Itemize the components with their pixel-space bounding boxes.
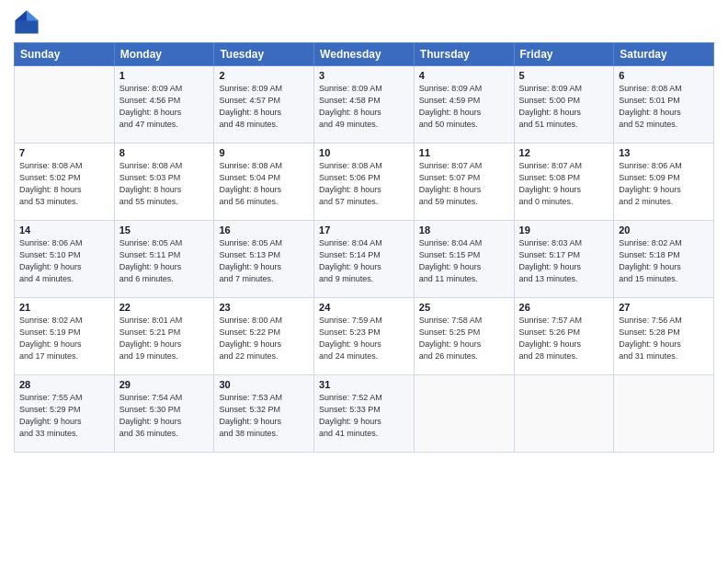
day-info: Sunrise: 8:01 AM Sunset: 5:21 PM Dayligh… — [119, 315, 210, 362]
calendar-cell: 28Sunrise: 7:55 AM Sunset: 5:29 PM Dayli… — [15, 375, 115, 453]
day-info: Sunrise: 7:56 AM Sunset: 5:28 PM Dayligh… — [619, 315, 709, 362]
weekday-header-row: SundayMondayTuesdayWednesdayThursdayFrid… — [15, 43, 714, 66]
calendar-cell: 1Sunrise: 8:09 AM Sunset: 4:56 PM Daylig… — [114, 66, 214, 144]
calendar-cell: 26Sunrise: 7:57 AM Sunset: 5:26 PM Dayli… — [514, 298, 614, 375]
day-info: Sunrise: 8:04 AM Sunset: 5:15 PM Dayligh… — [419, 237, 509, 285]
calendar-cell: 22Sunrise: 8:01 AM Sunset: 5:21 PM Dayli… — [114, 298, 214, 375]
weekday-header-saturday: Saturday — [614, 43, 714, 66]
calendar-cell: 14Sunrise: 8:06 AM Sunset: 5:10 PM Dayli… — [15, 221, 115, 298]
day-info: Sunrise: 7:58 AM Sunset: 5:25 PM Dayligh… — [419, 315, 509, 362]
day-number: 31 — [319, 379, 409, 390]
day-info: Sunrise: 8:09 AM Sunset: 4:56 PM Dayligh… — [119, 83, 210, 131]
day-info: Sunrise: 8:09 AM Sunset: 4:58 PM Dayligh… — [319, 83, 409, 131]
day-info: Sunrise: 8:09 AM Sunset: 4:59 PM Dayligh… — [419, 83, 509, 131]
header — [14, 9, 714, 35]
calendar-cell: 27Sunrise: 7:56 AM Sunset: 5:28 PM Dayli… — [614, 298, 714, 375]
calendar-table: SundayMondayTuesdayWednesdayThursdayFrid… — [14, 42, 714, 453]
day-number: 4 — [419, 70, 509, 81]
svg-marker-2 — [15, 10, 27, 20]
day-number: 6 — [619, 70, 709, 81]
weekday-header-thursday: Thursday — [414, 43, 514, 66]
calendar-week-3: 14Sunrise: 8:06 AM Sunset: 5:10 PM Dayli… — [15, 221, 714, 298]
day-number: 11 — [419, 147, 509, 158]
calendar-cell: 25Sunrise: 7:58 AM Sunset: 5:25 PM Dayli… — [414, 298, 514, 375]
day-info: Sunrise: 7:55 AM Sunset: 5:29 PM Dayligh… — [19, 392, 109, 440]
logo-icon — [14, 9, 40, 35]
day-info: Sunrise: 8:09 AM Sunset: 4:57 PM Dayligh… — [219, 83, 309, 131]
calendar-week-5: 28Sunrise: 7:55 AM Sunset: 5:29 PM Dayli… — [15, 375, 714, 453]
calendar-cell: 17Sunrise: 8:04 AM Sunset: 5:14 PM Dayli… — [314, 221, 415, 298]
calendar-cell — [15, 66, 115, 144]
day-number: 20 — [619, 224, 709, 236]
day-number: 18 — [419, 224, 509, 236]
day-number: 7 — [19, 147, 109, 158]
calendar-cell: 4Sunrise: 8:09 AM Sunset: 4:59 PM Daylig… — [414, 66, 514, 144]
calendar-cell: 5Sunrise: 8:09 AM Sunset: 5:00 PM Daylig… — [514, 66, 614, 144]
day-number: 16 — [219, 224, 309, 236]
day-number: 27 — [619, 302, 709, 313]
day-info: Sunrise: 8:04 AM Sunset: 5:14 PM Dayligh… — [319, 237, 409, 285]
calendar-cell: 12Sunrise: 8:07 AM Sunset: 5:08 PM Dayli… — [514, 144, 614, 221]
day-number: 26 — [519, 302, 609, 313]
calendar-cell: 6Sunrise: 8:08 AM Sunset: 5:01 PM Daylig… — [614, 66, 714, 144]
day-info: Sunrise: 8:09 AM Sunset: 5:00 PM Dayligh… — [519, 83, 609, 131]
calendar-cell: 21Sunrise: 8:02 AM Sunset: 5:19 PM Dayli… — [15, 298, 115, 375]
day-info: Sunrise: 7:53 AM Sunset: 5:32 PM Dayligh… — [219, 392, 309, 440]
day-number: 21 — [19, 302, 109, 313]
day-info: Sunrise: 8:08 AM Sunset: 5:01 PM Dayligh… — [619, 83, 709, 131]
calendar-cell: 10Sunrise: 8:08 AM Sunset: 5:06 PM Dayli… — [314, 144, 415, 221]
logo — [14, 9, 43, 35]
calendar-cell: 3Sunrise: 8:09 AM Sunset: 4:58 PM Daylig… — [314, 66, 415, 144]
calendar-cell: 18Sunrise: 8:04 AM Sunset: 5:15 PM Dayli… — [414, 221, 514, 298]
day-info: Sunrise: 8:08 AM Sunset: 5:03 PM Dayligh… — [119, 160, 210, 208]
day-number: 23 — [219, 302, 309, 313]
day-number: 13 — [619, 147, 709, 158]
weekday-header-monday: Monday — [114, 43, 214, 66]
day-info: Sunrise: 8:03 AM Sunset: 5:17 PM Dayligh… — [519, 237, 609, 285]
day-number: 19 — [519, 224, 609, 236]
day-number: 2 — [219, 70, 309, 81]
day-info: Sunrise: 8:08 AM Sunset: 5:02 PM Dayligh… — [19, 160, 109, 208]
day-info: Sunrise: 8:06 AM Sunset: 5:09 PM Dayligh… — [619, 160, 709, 208]
day-info: Sunrise: 8:07 AM Sunset: 5:07 PM Dayligh… — [419, 160, 509, 208]
day-number: 1 — [119, 70, 210, 81]
day-info: Sunrise: 8:05 AM Sunset: 5:11 PM Dayligh… — [119, 237, 210, 285]
day-info: Sunrise: 8:00 AM Sunset: 5:22 PM Dayligh… — [219, 315, 309, 362]
day-number: 24 — [319, 302, 409, 313]
day-number: 22 — [119, 302, 210, 313]
day-number: 14 — [19, 224, 109, 236]
calendar-cell: 15Sunrise: 8:05 AM Sunset: 5:11 PM Dayli… — [114, 221, 214, 298]
day-info: Sunrise: 8:08 AM Sunset: 5:06 PM Dayligh… — [319, 160, 409, 208]
day-info: Sunrise: 8:08 AM Sunset: 5:04 PM Dayligh… — [219, 160, 309, 208]
weekday-header-tuesday: Tuesday — [214, 43, 314, 66]
calendar-cell: 11Sunrise: 8:07 AM Sunset: 5:07 PM Dayli… — [414, 144, 514, 221]
weekday-header-sunday: Sunday — [15, 43, 115, 66]
calendar-cell: 13Sunrise: 8:06 AM Sunset: 5:09 PM Dayli… — [614, 144, 714, 221]
calendar-cell: 29Sunrise: 7:54 AM Sunset: 5:30 PM Dayli… — [114, 375, 214, 453]
day-number: 9 — [219, 147, 309, 158]
page: SundayMondayTuesdayWednesdayThursdayFrid… — [0, 0, 728, 563]
day-number: 5 — [519, 70, 609, 81]
calendar-cell — [614, 375, 714, 453]
weekday-header-wednesday: Wednesday — [314, 43, 415, 66]
day-info: Sunrise: 7:57 AM Sunset: 5:26 PM Dayligh… — [519, 315, 609, 362]
day-info: Sunrise: 8:02 AM Sunset: 5:19 PM Dayligh… — [19, 315, 109, 362]
day-number: 25 — [419, 302, 509, 313]
calendar-cell: 16Sunrise: 8:05 AM Sunset: 5:13 PM Dayli… — [214, 221, 314, 298]
calendar-cell: 7Sunrise: 8:08 AM Sunset: 5:02 PM Daylig… — [15, 144, 115, 221]
day-number: 10 — [319, 147, 409, 158]
day-info: Sunrise: 7:52 AM Sunset: 5:33 PM Dayligh… — [319, 392, 409, 440]
calendar-cell: 8Sunrise: 8:08 AM Sunset: 5:03 PM Daylig… — [114, 144, 214, 221]
calendar-cell: 19Sunrise: 8:03 AM Sunset: 5:17 PM Dayli… — [514, 221, 614, 298]
day-info: Sunrise: 8:05 AM Sunset: 5:13 PM Dayligh… — [219, 237, 309, 285]
day-number: 3 — [319, 70, 409, 81]
calendar-cell: 20Sunrise: 8:02 AM Sunset: 5:18 PM Dayli… — [614, 221, 714, 298]
calendar-cell: 2Sunrise: 8:09 AM Sunset: 4:57 PM Daylig… — [214, 66, 314, 144]
day-number: 28 — [19, 379, 109, 390]
day-number: 8 — [119, 147, 210, 158]
day-number: 17 — [319, 224, 409, 236]
day-number: 12 — [519, 147, 609, 158]
day-info: Sunrise: 7:54 AM Sunset: 5:30 PM Dayligh… — [119, 392, 210, 440]
day-number: 30 — [219, 379, 309, 390]
day-number: 15 — [119, 224, 210, 236]
